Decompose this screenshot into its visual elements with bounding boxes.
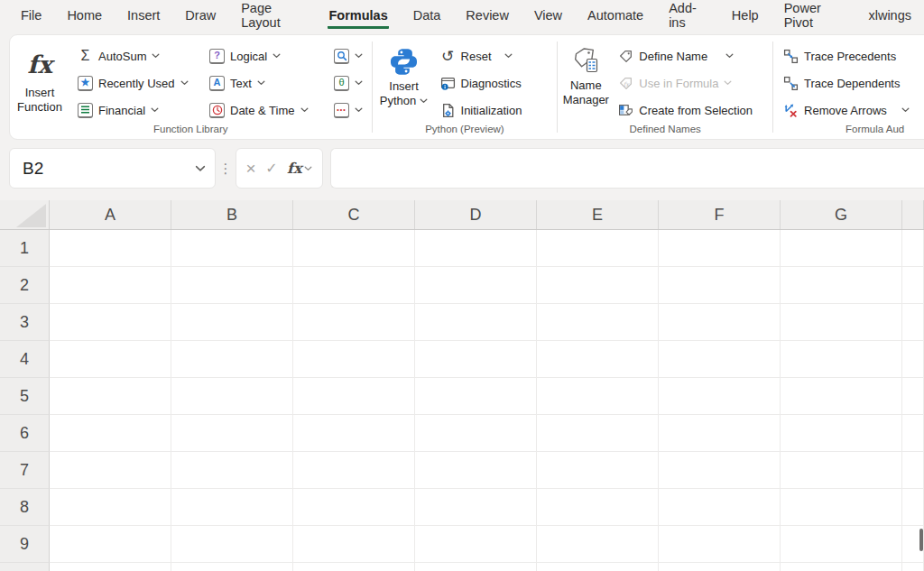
- cell-C5[interactable]: [293, 378, 415, 415]
- tab-help[interactable]: Help: [719, 0, 772, 34]
- cell-C7[interactable]: [293, 452, 415, 489]
- name-box[interactable]: B2: [9, 148, 216, 189]
- cell-B6[interactable]: [171, 415, 293, 452]
- cell-F3[interactable]: [659, 304, 781, 341]
- name-box-chevron-icon[interactable]: [195, 165, 206, 172]
- tab-power-pivot[interactable]: Power Pivot: [772, 0, 856, 34]
- insert-function-button[interactable]: fx Insert Function: [10, 42, 69, 124]
- column-header-partial[interactable]: [902, 200, 924, 229]
- cell-A8[interactable]: [50, 489, 171, 526]
- column-header-a[interactable]: A: [50, 200, 171, 229]
- column-header-c[interactable]: C: [293, 200, 415, 229]
- cell-H8[interactable]: [902, 489, 924, 526]
- row-header-6[interactable]: 6: [0, 415, 50, 452]
- tab-data[interactable]: Data: [401, 0, 454, 34]
- cell-C9[interactable]: [293, 526, 415, 563]
- autosum-button[interactable]: Σ AutoSum: [73, 42, 205, 69]
- cell-F5[interactable]: [659, 378, 781, 415]
- cell-F7[interactable]: [659, 452, 781, 489]
- cell-G6[interactable]: [781, 415, 902, 452]
- tab-file[interactable]: File: [8, 0, 54, 34]
- cell-E[interactable]: [537, 563, 659, 571]
- cell-F4[interactable]: [659, 341, 781, 378]
- cell-D7[interactable]: [415, 452, 537, 489]
- cell-D5[interactable]: [415, 378, 537, 415]
- cell-E3[interactable]: [537, 304, 659, 341]
- row-header-1[interactable]: 1: [0, 230, 50, 267]
- reset-button[interactable]: ↺ Reset: [436, 42, 553, 69]
- cell-C3[interactable]: [293, 304, 415, 341]
- cell-E7[interactable]: [537, 452, 659, 489]
- cell-D8[interactable]: [415, 489, 537, 526]
- create-from-selection-button[interactable]: Create from Selection: [614, 97, 769, 124]
- cell-E4[interactable]: [537, 341, 659, 378]
- cell-H[interactable]: [902, 563, 924, 571]
- cell-G[interactable]: [781, 563, 902, 571]
- name-box-splitter[interactable]: ⋮: [216, 148, 236, 189]
- cell-C8[interactable]: [293, 489, 415, 526]
- cell-B4[interactable]: [171, 341, 293, 378]
- initialization-button[interactable]: Initialization: [436, 97, 553, 124]
- cell-A5[interactable]: [50, 378, 171, 415]
- cell-A2[interactable]: [50, 267, 171, 304]
- cell-A6[interactable]: [50, 415, 171, 452]
- cell-D2[interactable]: [415, 267, 537, 304]
- row-header-2[interactable]: 2: [0, 267, 50, 304]
- tab-review[interactable]: Review: [453, 0, 522, 34]
- tab-view[interactable]: View: [522, 0, 575, 34]
- cell-B2[interactable]: [171, 267, 293, 304]
- vertical-scrollbar-thumb[interactable]: [919, 529, 923, 551]
- column-header-f[interactable]: F: [659, 200, 781, 229]
- insert-python-button[interactable]: Insert Python: [373, 42, 436, 124]
- cell-E5[interactable]: [537, 378, 659, 415]
- row-header-7[interactable]: 7: [0, 452, 50, 489]
- cell-A1[interactable]: [50, 230, 171, 267]
- cell-G9[interactable]: [781, 526, 902, 563]
- cell-F8[interactable]: [659, 489, 781, 526]
- cell-B3[interactable]: [171, 304, 293, 341]
- cell-A[interactable]: [50, 563, 171, 571]
- tab-draw[interactable]: Draw: [172, 0, 228, 34]
- cell-H5[interactable]: [902, 378, 924, 415]
- cell-G4[interactable]: [781, 341, 902, 378]
- tab-add-ins[interactable]: Add-ins: [656, 0, 719, 34]
- cell-E1[interactable]: [537, 230, 659, 267]
- cell-E6[interactable]: [537, 415, 659, 452]
- cell-H6[interactable]: [902, 415, 924, 452]
- cell-G7[interactable]: [781, 452, 902, 489]
- cell-E9[interactable]: [537, 526, 659, 563]
- chevron-down-icon[interactable]: [304, 166, 312, 171]
- cell-C1[interactable]: [293, 230, 415, 267]
- cell-H4[interactable]: [902, 341, 924, 378]
- cell-C2[interactable]: [293, 267, 415, 304]
- cell-C6[interactable]: [293, 415, 415, 452]
- recently-used-button[interactable]: ★ Recently Used: [73, 69, 205, 97]
- select-all-corner[interactable]: [0, 200, 50, 229]
- lookup-reference-button[interactable]: [329, 42, 371, 69]
- cell-G2[interactable]: [781, 267, 902, 304]
- tab-page-layout[interactable]: Page Layout: [228, 0, 316, 34]
- row-header-9[interactable]: 9: [0, 526, 50, 563]
- cell-D9[interactable]: [415, 526, 537, 563]
- cell-B[interactable]: [171, 563, 293, 571]
- cell-B7[interactable]: [171, 452, 293, 489]
- cell-F1[interactable]: [659, 230, 781, 267]
- column-header-g[interactable]: G: [781, 200, 902, 229]
- cell-A9[interactable]: [50, 526, 171, 563]
- row-header-8[interactable]: 8: [0, 489, 50, 526]
- cell-A3[interactable]: [50, 304, 171, 341]
- financial-button[interactable]: Financial: [73, 97, 205, 124]
- cell-F6[interactable]: [659, 415, 781, 452]
- row-header-partial[interactable]: [0, 563, 50, 571]
- formula-input[interactable]: [330, 148, 924, 189]
- tab-insert[interactable]: Insert: [115, 0, 172, 34]
- cell-D4[interactable]: [415, 341, 537, 378]
- name-manager-button[interactable]: Name Manager: [558, 42, 614, 124]
- row-header-4[interactable]: 4: [0, 341, 50, 378]
- column-header-e[interactable]: E: [537, 200, 659, 229]
- math-trig-button[interactable]: θ: [329, 69, 371, 97]
- cell-G3[interactable]: [781, 304, 902, 341]
- cell-H2[interactable]: [902, 267, 924, 304]
- tab-xlwings[interactable]: xlwings: [855, 0, 924, 34]
- column-header-d[interactable]: D: [415, 200, 537, 229]
